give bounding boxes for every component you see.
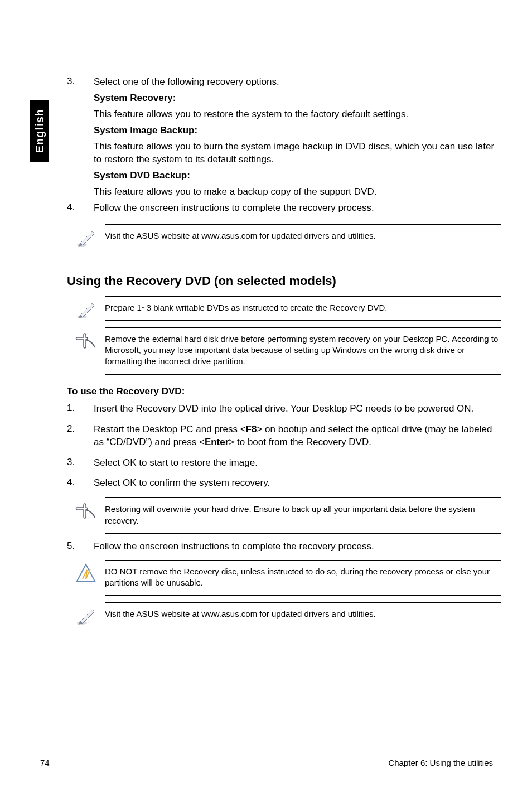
note-text: Visit the ASUS website at www.asus.com f… — [105, 224, 501, 249]
use-step-5: 5. Follow the onscreen instructions to c… — [67, 540, 501, 553]
note-remove-hdd: Remove the external hard disk drive befo… — [67, 327, 501, 375]
system-image-backup-title: System Image Backup: — [94, 124, 501, 137]
system-recovery-body: This feature allows you to restore the s… — [94, 108, 501, 121]
key-f8: F8 — [246, 424, 257, 434]
note-visit-asus: Visit the ASUS website at www.asus.com f… — [67, 224, 501, 249]
step-text: Select one of the following recovery opt… — [94, 76, 501, 89]
step-number: 4. — [67, 202, 94, 215]
note-restoring-overwrite: Restoring will overwrite your hard drive… — [67, 497, 501, 534]
note-do-not-remove: DO NOT remove the Recovery disc, unless … — [67, 560, 501, 596]
page-number: 74 — [40, 758, 50, 767]
heading-recovery-dvd: Using the Recovery DVD (on selected mode… — [67, 274, 501, 288]
hand-pointing-icon — [67, 327, 105, 352]
step-number: 1. — [67, 403, 94, 416]
pencil-icon — [67, 296, 105, 321]
use-step-1: 1. Insert the Recovery DVD into the opti… — [67, 403, 501, 416]
step-text: Select OK to start to restore the image. — [94, 457, 501, 470]
step-number: 4. — [67, 477, 94, 490]
step-text: Insert the Recovery DVD into the optical… — [94, 403, 501, 416]
language-tab-label: English — [33, 109, 46, 153]
note-text: Visit the ASUS website at www.asus.com f… — [105, 602, 501, 627]
note-text: Prepare 1~3 blank writable DVDs as instr… — [105, 296, 501, 321]
step-number: 5. — [67, 540, 94, 553]
use-step-3: 3. Select OK to start to restore the ima… — [67, 457, 501, 470]
step-number: 2. — [67, 423, 94, 449]
step-number: 3. — [67, 76, 94, 89]
use-step-2: 2. Restart the Desktop PC and press <F8>… — [67, 423, 501, 449]
system-dvd-backup-body: This feature allows you to make a backup… — [94, 186, 501, 199]
page: English 3. Select one of the following r… — [0, 0, 532, 802]
chapter-label: Chapter 6: Using the utilities — [388, 758, 493, 767]
language-tab: English — [30, 100, 49, 162]
step-3: 3. Select one of the following recovery … — [67, 76, 501, 89]
to-use-recovery-dvd-title: To use the Recovery DVD: — [67, 386, 501, 397]
step-number: 3. — [67, 457, 94, 470]
key-enter: Enter — [205, 437, 229, 447]
text-part: > to boot from the Recovery DVD. — [229, 437, 371, 447]
note-visit-asus-2: Visit the ASUS website at www.asus.com f… — [67, 602, 501, 627]
step-text: Restart the Desktop PC and press <F8> on… — [94, 423, 501, 449]
step-text: Follow the onscreen instructions to comp… — [94, 202, 501, 215]
step-text: Select OK to confirm the system recovery… — [94, 477, 501, 490]
note-text: Remove the external hard disk drive befo… — [105, 327, 501, 375]
main-content: 3. Select one of the following recovery … — [67, 76, 501, 634]
system-image-backup-body: This feature allows you to burn the syst… — [94, 141, 501, 166]
text-part: Restart the Desktop PC and press < — [94, 424, 246, 434]
note-text: Restoring will overwrite your hard drive… — [105, 497, 501, 534]
step-text: Follow the onscreen instructions to comp… — [94, 540, 501, 553]
system-recovery-title: System Recovery: — [94, 92, 501, 105]
pencil-icon — [67, 224, 105, 249]
note-text: DO NOT remove the Recovery disc, unless … — [105, 560, 501, 596]
use-step-4: 4. Select OK to confirm the system recov… — [67, 477, 501, 490]
step-4: 4. Follow the onscreen instructions to c… — [67, 202, 501, 215]
page-footer: 74 Chapter 6: Using the utilities — [40, 758, 493, 767]
hand-pointing-icon — [67, 497, 105, 522]
pencil-icon — [67, 602, 105, 627]
recovery-dvd-steps: 1. Insert the Recovery DVD into the opti… — [67, 403, 501, 490]
warning-icon — [67, 560, 105, 584]
system-dvd-backup-title: System DVD Backup: — [94, 170, 501, 182]
note-prepare-dvds: Prepare 1~3 blank writable DVDs as instr… — [67, 296, 501, 321]
